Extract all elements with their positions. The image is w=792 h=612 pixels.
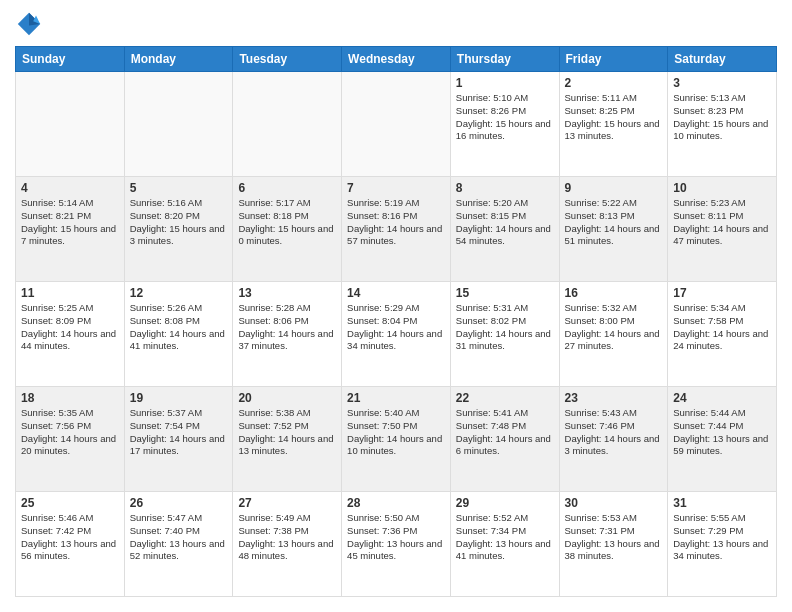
day-number: 21 — [347, 391, 445, 405]
cell-text: Sunrise: 5:29 AM Sunset: 8:04 PM Dayligh… — [347, 302, 445, 353]
cal-cell: 3Sunrise: 5:13 AM Sunset: 8:23 PM Daylig… — [668, 72, 777, 177]
logo — [15, 10, 47, 38]
cal-cell: 27Sunrise: 5:49 AM Sunset: 7:38 PM Dayli… — [233, 492, 342, 597]
week-row-2: 4Sunrise: 5:14 AM Sunset: 8:21 PM Daylig… — [16, 177, 777, 282]
cell-text: Sunrise: 5:20 AM Sunset: 8:15 PM Dayligh… — [456, 197, 554, 248]
cal-cell — [16, 72, 125, 177]
day-number: 25 — [21, 496, 119, 510]
cell-text: Sunrise: 5:17 AM Sunset: 8:18 PM Dayligh… — [238, 197, 336, 248]
cell-text: Sunrise: 5:19 AM Sunset: 8:16 PM Dayligh… — [347, 197, 445, 248]
day-number: 3 — [673, 76, 771, 90]
cell-text: Sunrise: 5:47 AM Sunset: 7:40 PM Dayligh… — [130, 512, 228, 563]
cal-cell: 25Sunrise: 5:46 AM Sunset: 7:42 PM Dayli… — [16, 492, 125, 597]
day-number: 7 — [347, 181, 445, 195]
day-number: 17 — [673, 286, 771, 300]
cal-cell: 22Sunrise: 5:41 AM Sunset: 7:48 PM Dayli… — [450, 387, 559, 492]
cell-text: Sunrise: 5:55 AM Sunset: 7:29 PM Dayligh… — [673, 512, 771, 563]
cal-cell: 20Sunrise: 5:38 AM Sunset: 7:52 PM Dayli… — [233, 387, 342, 492]
cal-cell: 8Sunrise: 5:20 AM Sunset: 8:15 PM Daylig… — [450, 177, 559, 282]
cal-cell: 31Sunrise: 5:55 AM Sunset: 7:29 PM Dayli… — [668, 492, 777, 597]
day-header-sunday: Sunday — [16, 47, 125, 72]
day-number: 27 — [238, 496, 336, 510]
cell-text: Sunrise: 5:34 AM Sunset: 7:58 PM Dayligh… — [673, 302, 771, 353]
cal-cell: 16Sunrise: 5:32 AM Sunset: 8:00 PM Dayli… — [559, 282, 668, 387]
day-number: 23 — [565, 391, 663, 405]
cell-text: Sunrise: 5:49 AM Sunset: 7:38 PM Dayligh… — [238, 512, 336, 563]
day-number: 4 — [21, 181, 119, 195]
day-number: 9 — [565, 181, 663, 195]
cell-text: Sunrise: 5:10 AM Sunset: 8:26 PM Dayligh… — [456, 92, 554, 143]
day-number: 2 — [565, 76, 663, 90]
cal-cell: 29Sunrise: 5:52 AM Sunset: 7:34 PM Dayli… — [450, 492, 559, 597]
calendar-body: 1Sunrise: 5:10 AM Sunset: 8:26 PM Daylig… — [16, 72, 777, 597]
cell-text: Sunrise: 5:44 AM Sunset: 7:44 PM Dayligh… — [673, 407, 771, 458]
cell-text: Sunrise: 5:35 AM Sunset: 7:56 PM Dayligh… — [21, 407, 119, 458]
day-number: 6 — [238, 181, 336, 195]
day-header-thursday: Thursday — [450, 47, 559, 72]
cell-text: Sunrise: 5:25 AM Sunset: 8:09 PM Dayligh… — [21, 302, 119, 353]
calendar-table: SundayMondayTuesdayWednesdayThursdayFrid… — [15, 46, 777, 597]
cell-text: Sunrise: 5:26 AM Sunset: 8:08 PM Dayligh… — [130, 302, 228, 353]
week-row-1: 1Sunrise: 5:10 AM Sunset: 8:26 PM Daylig… — [16, 72, 777, 177]
cal-cell: 17Sunrise: 5:34 AM Sunset: 7:58 PM Dayli… — [668, 282, 777, 387]
cell-text: Sunrise: 5:14 AM Sunset: 8:21 PM Dayligh… — [21, 197, 119, 248]
day-header-monday: Monday — [124, 47, 233, 72]
cal-cell: 13Sunrise: 5:28 AM Sunset: 8:06 PM Dayli… — [233, 282, 342, 387]
cal-cell: 21Sunrise: 5:40 AM Sunset: 7:50 PM Dayli… — [342, 387, 451, 492]
cal-cell: 18Sunrise: 5:35 AM Sunset: 7:56 PM Dayli… — [16, 387, 125, 492]
cal-cell: 5Sunrise: 5:16 AM Sunset: 8:20 PM Daylig… — [124, 177, 233, 282]
header — [15, 10, 777, 38]
cell-text: Sunrise: 5:13 AM Sunset: 8:23 PM Dayligh… — [673, 92, 771, 143]
cal-cell: 28Sunrise: 5:50 AM Sunset: 7:36 PM Dayli… — [342, 492, 451, 597]
cell-text: Sunrise: 5:32 AM Sunset: 8:00 PM Dayligh… — [565, 302, 663, 353]
cal-cell: 24Sunrise: 5:44 AM Sunset: 7:44 PM Dayli… — [668, 387, 777, 492]
day-header-tuesday: Tuesday — [233, 47, 342, 72]
day-number: 20 — [238, 391, 336, 405]
cell-text: Sunrise: 5:41 AM Sunset: 7:48 PM Dayligh… — [456, 407, 554, 458]
cal-cell: 4Sunrise: 5:14 AM Sunset: 8:21 PM Daylig… — [16, 177, 125, 282]
day-header-row: SundayMondayTuesdayWednesdayThursdayFrid… — [16, 47, 777, 72]
day-number: 8 — [456, 181, 554, 195]
day-number: 14 — [347, 286, 445, 300]
day-number: 12 — [130, 286, 228, 300]
day-number: 26 — [130, 496, 228, 510]
day-number: 19 — [130, 391, 228, 405]
cell-text: Sunrise: 5:28 AM Sunset: 8:06 PM Dayligh… — [238, 302, 336, 353]
cell-text: Sunrise: 5:11 AM Sunset: 8:25 PM Dayligh… — [565, 92, 663, 143]
cal-cell — [233, 72, 342, 177]
cell-text: Sunrise: 5:38 AM Sunset: 7:52 PM Dayligh… — [238, 407, 336, 458]
cal-cell: 19Sunrise: 5:37 AM Sunset: 7:54 PM Dayli… — [124, 387, 233, 492]
day-number: 10 — [673, 181, 771, 195]
cell-text: Sunrise: 5:52 AM Sunset: 7:34 PM Dayligh… — [456, 512, 554, 563]
week-row-4: 18Sunrise: 5:35 AM Sunset: 7:56 PM Dayli… — [16, 387, 777, 492]
cell-text: Sunrise: 5:40 AM Sunset: 7:50 PM Dayligh… — [347, 407, 445, 458]
cal-cell: 15Sunrise: 5:31 AM Sunset: 8:02 PM Dayli… — [450, 282, 559, 387]
day-number: 5 — [130, 181, 228, 195]
day-number: 24 — [673, 391, 771, 405]
day-number: 31 — [673, 496, 771, 510]
cell-text: Sunrise: 5:53 AM Sunset: 7:31 PM Dayligh… — [565, 512, 663, 563]
day-header-wednesday: Wednesday — [342, 47, 451, 72]
day-number: 28 — [347, 496, 445, 510]
cell-text: Sunrise: 5:31 AM Sunset: 8:02 PM Dayligh… — [456, 302, 554, 353]
day-number: 15 — [456, 286, 554, 300]
page: SundayMondayTuesdayWednesdayThursdayFrid… — [0, 0, 792, 612]
week-row-3: 11Sunrise: 5:25 AM Sunset: 8:09 PM Dayli… — [16, 282, 777, 387]
day-header-saturday: Saturday — [668, 47, 777, 72]
cell-text: Sunrise: 5:43 AM Sunset: 7:46 PM Dayligh… — [565, 407, 663, 458]
day-number: 11 — [21, 286, 119, 300]
cal-cell: 14Sunrise: 5:29 AM Sunset: 8:04 PM Dayli… — [342, 282, 451, 387]
cal-cell — [342, 72, 451, 177]
cal-cell: 11Sunrise: 5:25 AM Sunset: 8:09 PM Dayli… — [16, 282, 125, 387]
cal-cell: 23Sunrise: 5:43 AM Sunset: 7:46 PM Dayli… — [559, 387, 668, 492]
cal-cell: 30Sunrise: 5:53 AM Sunset: 7:31 PM Dayli… — [559, 492, 668, 597]
day-number: 1 — [456, 76, 554, 90]
day-header-friday: Friday — [559, 47, 668, 72]
logo-icon — [15, 10, 43, 38]
day-number: 30 — [565, 496, 663, 510]
day-number: 22 — [456, 391, 554, 405]
cell-text: Sunrise: 5:23 AM Sunset: 8:11 PM Dayligh… — [673, 197, 771, 248]
cal-cell: 1Sunrise: 5:10 AM Sunset: 8:26 PM Daylig… — [450, 72, 559, 177]
cell-text: Sunrise: 5:50 AM Sunset: 7:36 PM Dayligh… — [347, 512, 445, 563]
cal-cell: 7Sunrise: 5:19 AM Sunset: 8:16 PM Daylig… — [342, 177, 451, 282]
